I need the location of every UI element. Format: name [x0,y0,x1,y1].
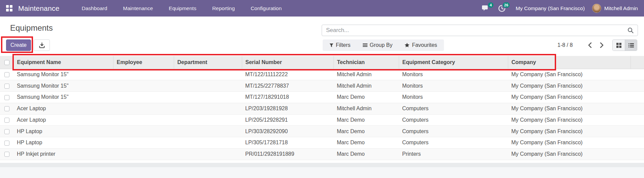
cell-department [174,148,242,160]
row-checkbox[interactable] [4,106,9,111]
column-header-department[interactable]: Department [174,56,242,69]
table-row[interactable]: HP LaptopLP/303/28292090Marc DemoCompute… [0,126,644,137]
pager-previous-button[interactable] [584,39,595,51]
list-view-button[interactable] [625,40,637,51]
column-header-equipment-name[interactable]: Equipment Name [13,56,113,69]
column-header-technician[interactable]: Technician [333,56,399,69]
column-header-equipment-category[interactable]: Equipment Category [399,56,508,69]
favourites-button[interactable]: Favourites [405,42,437,48]
column-header-serial-number[interactable]: Serial Number [242,56,333,69]
cell-serial-number: LP/203/19281928 [242,103,333,114]
cell-equipment-category: Monitors [399,80,508,92]
cell-equipment-category: Computers [399,103,508,114]
cell-company: My Company (San Francisco) [508,137,631,149]
cell-equipment-category: Monitors [399,69,508,80]
table-row[interactable]: Acer LaptopLP/205/12928291Marc DemoCompu… [0,114,644,126]
star-icon [405,43,410,48]
nav-menu-item-reporting[interactable]: Reporting [212,5,235,11]
cell-equipment-category: Computers [399,126,508,137]
row-checkbox[interactable] [4,129,9,134]
cell-employee [113,137,174,149]
company-switcher[interactable]: My Company (San Francisco) [516,5,585,11]
cell-employee [113,126,174,137]
cell-department [174,69,242,80]
export-button[interactable] [34,39,50,51]
view-switcher [612,39,637,51]
cell-employee [113,69,174,80]
cell-spacer [631,126,644,137]
cell-company: My Company (San Francisco) [508,148,631,160]
column-header-employee[interactable]: Employee [113,56,174,69]
table-row[interactable]: HP LaptopLP/305/17281718Marc DemoCompute… [0,137,644,149]
cell-spacer [631,103,644,114]
row-select-cell [0,92,13,103]
row-checkbox[interactable] [4,152,9,157]
search-input[interactable] [322,27,623,34]
nav-menu-item-equipments[interactable]: Equipments [169,5,196,11]
grid-icon [616,43,621,48]
search-bar [322,25,638,36]
kanban-view-button[interactable] [613,40,625,51]
cell-technician: Marc Demo [333,92,399,103]
row-checkbox[interactable] [4,141,9,146]
cell-department [174,103,242,114]
equipments-table: Equipment NameEmployeeDepartmentSerial N… [0,56,644,160]
messages-badge: 4 [488,2,493,8]
cell-serial-number: LP/305/17281718 [242,137,333,149]
cell-spacer [631,114,644,126]
pager-next-button[interactable] [596,39,607,51]
cell-equipment-name: Samsung Monitor 15" [13,92,113,103]
cell-employee [113,103,174,114]
row-checkbox[interactable] [4,72,9,77]
table-row[interactable]: Acer LaptopLP/203/19281928Mitchell Admin… [0,103,644,114]
pager-range: 1-8 / 8 [557,39,573,51]
create-button[interactable]: Create [6,39,31,51]
cell-company: My Company (San Francisco) [508,103,631,114]
nav-menu-item-dashboard[interactable]: Dashboard [82,5,107,11]
cell-spacer [631,80,644,92]
cell-technician: Mitchell Admin [333,69,399,80]
cell-department [174,126,242,137]
cell-spacer [631,92,644,103]
cell-equipment-name: Samsung Monitor 15" [13,80,113,92]
download-icon [39,42,45,48]
cell-serial-number: MT/127/18291018 [242,92,333,103]
cell-company: My Company (San Francisco) [508,114,631,126]
user-menu[interactable]: Mitchell Admin [592,4,638,13]
column-header-company[interactable]: Company [508,56,631,69]
row-select-cell [0,126,13,137]
cell-equipment-category: Monitors [399,92,508,103]
nav-menu-item-maintenance[interactable]: Maintenance [123,5,153,11]
cell-equipment-name: HP Inkjet printer [13,148,113,160]
cell-equipment-name: HP Laptop [13,137,113,149]
cell-technician: Mitchell Admin [333,103,399,114]
row-select-cell [0,69,13,80]
cell-spacer [631,69,644,80]
top-navbar: Maintenance DashboardMaintenanceEquipmen… [0,0,644,17]
row-checkbox[interactable] [4,118,9,123]
nav-menu: DashboardMaintenanceEquipmentsReportingC… [82,5,282,11]
row-checkbox[interactable] [4,84,9,89]
table-row[interactable]: HP Inkjet printerPR/011/2928191889Marc D… [0,148,644,160]
select-all-checkbox[interactable] [4,60,9,65]
cell-equipment-category: Printers [399,148,508,160]
nav-menu-item-configuration[interactable]: Configuration [251,5,282,11]
cell-spacer [631,137,644,149]
select-all-header-cell [0,56,13,69]
table-row[interactable]: Samsung Monitor 15"MT/127/18291018Marc D… [0,92,644,103]
filters-button[interactable]: Filters [329,42,351,48]
table-row[interactable]: Samsung Monitor 15"MT/122/11112222Mitche… [0,69,644,80]
cell-serial-number: LP/303/28292090 [242,126,333,137]
table-row[interactable]: Samsung Monitor 15"MT/125/22778837Mitche… [0,80,644,92]
search-submit-button[interactable] [623,27,638,33]
cell-technician: Mitchell Admin [333,80,399,92]
app-title[interactable]: Maintenance [18,4,59,12]
cell-department [174,80,242,92]
funnel-icon [329,43,333,48]
group-by-button[interactable]: Group By [363,42,393,48]
apps-grid-icon[interactable] [6,5,12,11]
row-checkbox[interactable] [4,95,9,100]
activities-button[interactable]: 26 [497,4,506,13]
messages-button[interactable]: 4 [481,4,490,13]
user-name: Mitchell Admin [604,5,638,11]
